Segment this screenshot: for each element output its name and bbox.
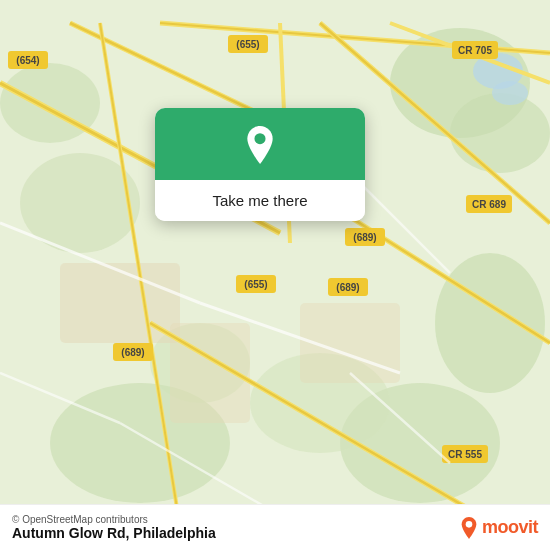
svg-point-60 — [254, 133, 265, 144]
svg-text:(655): (655) — [236, 39, 259, 50]
svg-point-3 — [435, 253, 545, 393]
map-background: (654) (655) (654) (655) (689) (655) (689… — [0, 0, 550, 550]
location-title: Autumn Glow Rd, Philadelphia — [12, 525, 216, 541]
svg-text:(689): (689) — [336, 282, 359, 293]
svg-text:CR 705: CR 705 — [458, 45, 492, 56]
bottom-left: © OpenStreetMap contributors Autumn Glow… — [12, 514, 216, 541]
moovit-logo: moovit — [458, 517, 538, 539]
map-container: (654) (655) (654) (655) (689) (655) (689… — [0, 0, 550, 550]
moovit-pin-icon — [458, 517, 480, 539]
moovit-brand-text: moovit — [482, 517, 538, 538]
svg-text:(654): (654) — [16, 55, 39, 66]
svg-point-61 — [466, 521, 473, 528]
svg-text:CR 689: CR 689 — [472, 199, 506, 210]
osm-attribution: © OpenStreetMap contributors — [12, 514, 216, 525]
svg-point-2 — [450, 93, 550, 173]
svg-text:CR 555: CR 555 — [448, 449, 482, 460]
svg-text:(655): (655) — [244, 279, 267, 290]
popup-card: Take me there — [155, 108, 365, 221]
svg-point-11 — [492, 81, 528, 105]
popup-header — [155, 108, 365, 180]
svg-text:(689): (689) — [353, 232, 376, 243]
bottom-bar: © OpenStreetMap contributors Autumn Glow… — [0, 504, 550, 550]
take-me-there-button[interactable]: Take me there — [155, 180, 365, 221]
svg-text:(689): (689) — [121, 347, 144, 358]
map-pin-icon — [241, 126, 279, 164]
